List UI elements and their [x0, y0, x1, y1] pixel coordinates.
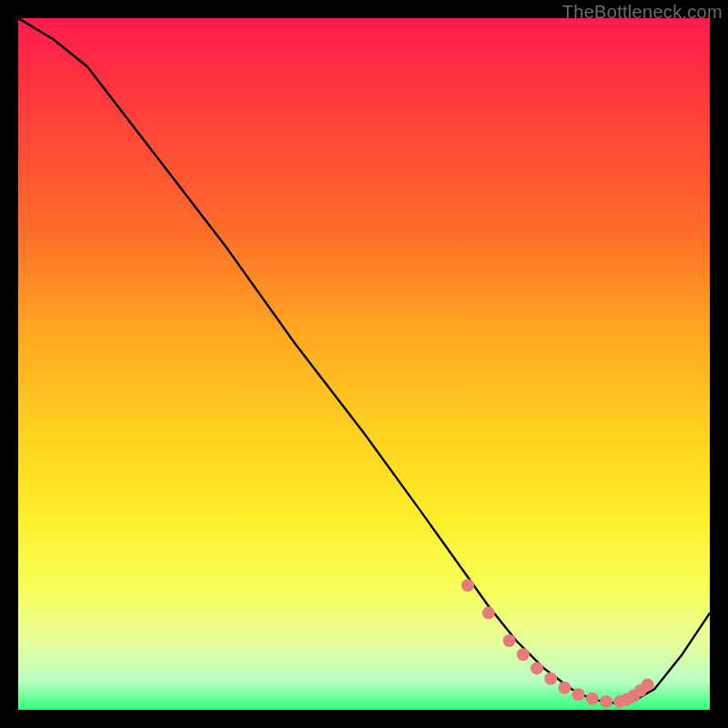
curve-dot: [558, 682, 571, 694]
curve-dot: [586, 693, 599, 705]
watermark-text: TheBottleneck.com: [562, 2, 723, 23]
chart-svg: [18, 18, 710, 710]
curve-dot: [600, 695, 612, 708]
curve-dot: [572, 688, 585, 701]
curve-dot: [482, 607, 495, 620]
curve-line: [18, 18, 710, 703]
curve-dot: [503, 634, 516, 647]
chart-frame: TheBottleneck.com: [0, 0, 728, 728]
curve-dots: [461, 579, 654, 708]
curve-dot: [517, 648, 530, 661]
curve-dot: [531, 662, 543, 674]
curve-dot: [544, 672, 557, 685]
curve-dot: [461, 579, 474, 592]
plot-area: [18, 18, 710, 710]
curve-dot: [642, 679, 654, 692]
